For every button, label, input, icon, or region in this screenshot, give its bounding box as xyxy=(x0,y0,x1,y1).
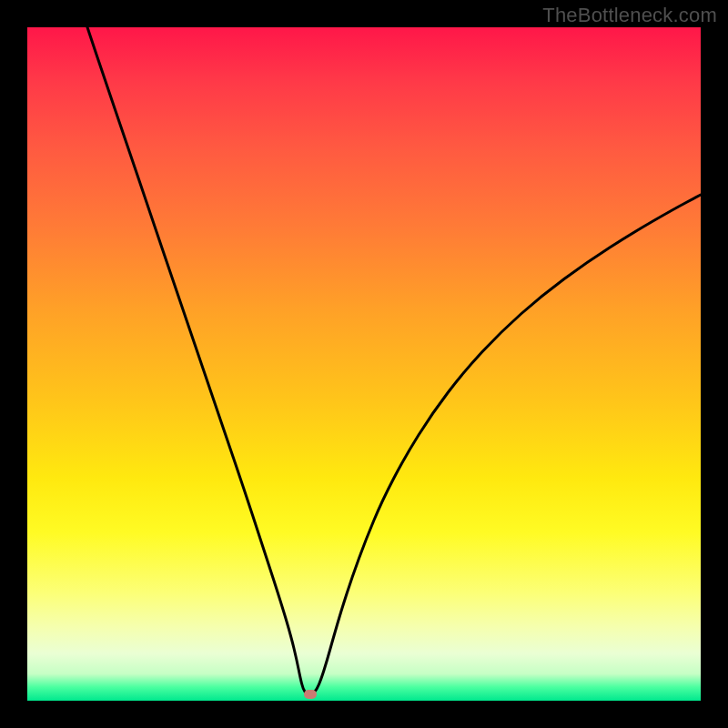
plot-gradient-area xyxy=(27,27,701,701)
optimal-point-marker xyxy=(304,690,317,699)
bottleneck-curve xyxy=(27,27,701,701)
chart-frame: TheBottleneck.com xyxy=(0,0,728,728)
watermark-text: TheBottleneck.com xyxy=(542,4,717,27)
